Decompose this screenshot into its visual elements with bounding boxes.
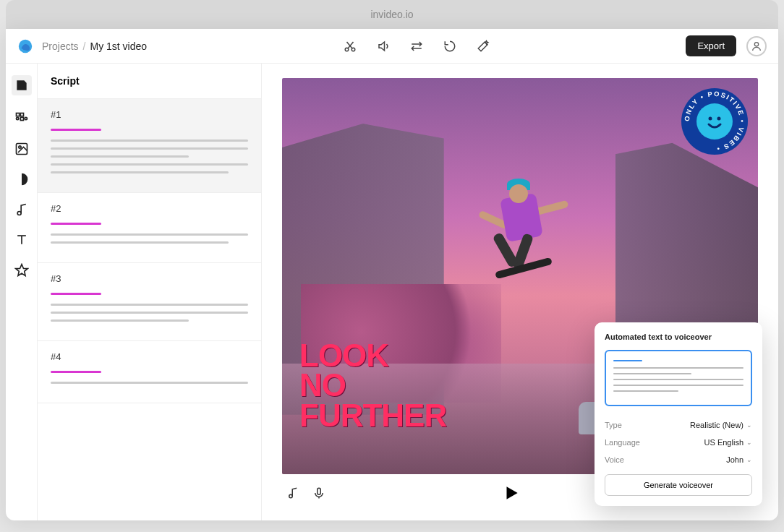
script-item-label: #4: [51, 351, 248, 362]
scenes-tab-icon[interactable]: [14, 111, 29, 126]
script-item-label: #1: [51, 109, 248, 120]
generate-voiceover-button[interactable]: Generate voiceover: [605, 474, 752, 496]
browser-url: invideo.io: [370, 9, 413, 20]
app-logo-icon: [17, 38, 33, 54]
breadcrumb-title: My 1st video: [90, 40, 147, 52]
topbar-right: Export: [686, 35, 767, 56]
voiceover-voice-label: Voice: [605, 455, 624, 464]
preview-skater: [482, 189, 561, 283]
script-item-label: #2: [51, 203, 248, 214]
voiceover-type-value: Realistic (New): [690, 421, 743, 429]
script-item-label: #3: [51, 273, 248, 284]
topbar: Projects / My 1st video Export: [6, 29, 778, 64]
music-tab-icon[interactable]: [14, 202, 29, 217]
script-body-line: [51, 319, 189, 322]
breadcrumb-separator: /: [83, 40, 86, 52]
script-body-line: [51, 382, 248, 384]
svg-point-6: [25, 117, 27, 119]
play-icon: [502, 484, 521, 502]
svg-point-3: [754, 42, 758, 46]
side-rail: [6, 64, 38, 520]
svg-rect-17: [318, 488, 321, 494]
script-body-line: [51, 312, 248, 314]
voiceover-panel: Automated text to voiceover Type Realist…: [595, 322, 762, 506]
play-button[interactable]: [502, 484, 521, 502]
voiceover-language-label: Language: [605, 438, 640, 447]
export-button[interactable]: Export: [686, 35, 736, 56]
script-body-line: [51, 147, 248, 150]
magic-wand-icon[interactable]: [477, 40, 490, 53]
breadcrumb-projects[interactable]: Projects: [42, 40, 79, 52]
script-panel: Script #1 #2 #3: [38, 64, 262, 520]
script-body-line: [51, 140, 248, 142]
chevron-down-icon: ⌄: [746, 421, 752, 429]
text-tab-icon[interactable]: [14, 233, 29, 247]
music-track-icon[interactable]: [286, 486, 299, 499]
sticker-text: ONLY • POSITIVE • VIBES •: [681, 88, 748, 155]
script-body-line: [51, 171, 229, 173]
script-body-line: [51, 304, 248, 306]
shapes-tab-icon[interactable]: [14, 172, 29, 186]
undo-icon[interactable]: [443, 40, 456, 53]
browser-tab-bar: invideo.io: [6, 0, 778, 29]
voiceover-voice-row[interactable]: Voice John⌄: [605, 451, 752, 468]
favorites-tab-icon[interactable]: [14, 263, 29, 278]
script-title-line: [51, 293, 101, 295]
svg-rect-4: [16, 113, 19, 116]
sticker-badge: ONLY • POSITIVE • VIBES •: [681, 88, 748, 155]
script-tab-icon[interactable]: [12, 75, 32, 95]
user-icon: [751, 40, 762, 52]
breadcrumb: Projects / My 1st video: [42, 40, 147, 52]
swap-icon[interactable]: [410, 40, 423, 53]
script-item-2[interactable]: #2: [38, 193, 261, 263]
volume-icon[interactable]: [377, 40, 390, 53]
script-body-line: [51, 233, 248, 236]
script-body-line: [51, 163, 248, 166]
script-title-line: [51, 129, 101, 131]
voiceover-type-label: Type: [605, 421, 622, 429]
script-panel-title: Script: [38, 64, 261, 99]
voiceover-type-row[interactable]: Type Realistic (New)⌄: [605, 416, 752, 434]
topbar-tools: [155, 40, 677, 53]
voiceover-title: Automated text to voiceover: [605, 332, 752, 341]
svg-point-7: [16, 117, 18, 119]
voiceover-voice-value: John: [726, 455, 743, 464]
script-title-line: [51, 371, 101, 373]
chevron-down-icon: ⌄: [746, 456, 752, 463]
cut-icon[interactable]: [344, 40, 357, 53]
svg-text:ONLY • POSITIVE • VIBES •: ONLY • POSITIVE • VIBES •: [683, 90, 746, 153]
preview-overlay-text: LOOK NO FURTHER: [299, 340, 446, 431]
voiceover-text-preview[interactable]: [605, 350, 752, 406]
voiceover-language-value: US English: [704, 438, 743, 447]
voiceover-language-row[interactable]: Language US English⌄: [605, 434, 752, 451]
script-title-line: [51, 223, 101, 225]
script-item-1[interactable]: #1: [38, 99, 261, 193]
microphone-icon[interactable]: [312, 486, 325, 499]
script-item-4[interactable]: #4: [38, 341, 261, 403]
media-tab-icon[interactable]: [14, 142, 29, 156]
user-avatar[interactable]: [746, 36, 767, 56]
script-body-line: [51, 241, 229, 244]
svg-rect-8: [20, 117, 23, 120]
svg-point-10: [18, 146, 20, 148]
svg-rect-5: [20, 113, 23, 116]
script-body-line: [51, 155, 189, 158]
script-item-3[interactable]: #3: [38, 263, 261, 341]
chevron-down-icon: ⌄: [746, 439, 752, 446]
